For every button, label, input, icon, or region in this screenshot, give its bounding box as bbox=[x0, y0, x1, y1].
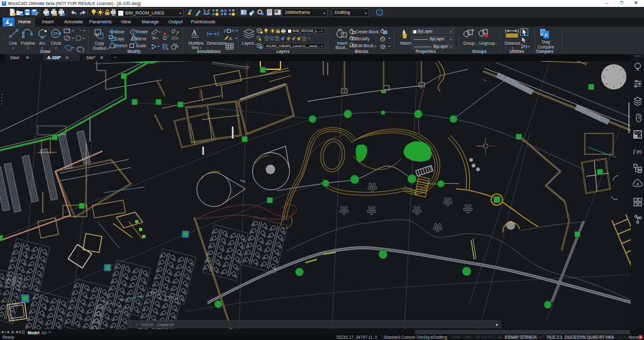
svg-text:B: B bbox=[545, 33, 548, 37]
svg-text:f: f bbox=[633, 148, 636, 154]
svg-text:(x): (x) bbox=[636, 149, 641, 154]
svg-text:A: A bbox=[229, 36, 233, 42]
svg-text:?: ? bbox=[379, 9, 382, 15]
svg-text:A: A bbox=[192, 28, 197, 36]
